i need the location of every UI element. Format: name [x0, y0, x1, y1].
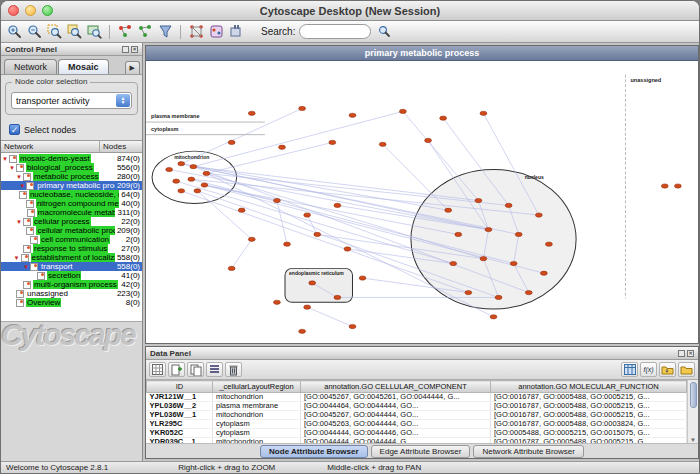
zoom-fit-content-button[interactable]	[65, 23, 83, 41]
column-header[interactable]: annotation.GO MOLECULAR_FUNCTION	[491, 381, 687, 393]
table-cell[interactable]: mitochondrion	[213, 393, 301, 402]
vizmapper-button[interactable]	[207, 23, 225, 41]
tree-expand-icon[interactable]: ▼	[1, 156, 9, 162]
table-cell[interactable]: [GO:0044444, GO:0044446, GO...	[301, 429, 491, 438]
network-view-title[interactable]: primary metabolic process	[146, 46, 698, 61]
tab-overflow-icon[interactable]: ▶	[125, 61, 140, 74]
filter-button[interactable]	[156, 23, 174, 41]
table-cell[interactable]: YKR052C	[147, 429, 213, 438]
tree-column-network[interactable]: Network	[1, 141, 100, 152]
tree-expand-icon[interactable]: ▼	[13, 255, 21, 261]
tree-row[interactable]: secretion41(0)	[1, 271, 142, 280]
tree-row[interactable]: unassigned223(0)	[1, 289, 142, 298]
tree-row[interactable]: nucleobase, nucleoside, nucleotide and n…	[1, 190, 142, 199]
copy-attribute-button[interactable]	[187, 362, 204, 377]
table-cell[interactable]: mitochondrion	[213, 411, 301, 420]
zoom-out-button[interactable]	[25, 23, 43, 41]
search-input[interactable]	[299, 24, 371, 39]
float-panel-icon[interactable]	[678, 350, 685, 357]
column-header[interactable]: annotation.GO CELLULAR_COMPONENT	[301, 381, 491, 393]
table-cell[interactable]: YLR295C	[147, 420, 213, 429]
compartment-label: mitochondrion	[174, 155, 209, 160]
tab-node-attribute-browser[interactable]: Node Attribute Browser	[260, 445, 368, 458]
table-scrollbar[interactable]: ▼	[687, 380, 698, 443]
table-cell[interactable]: YPL036W__1	[147, 411, 213, 420]
tree-row-label: Overview	[26, 298, 61, 307]
tree-expand-icon[interactable]: ▼	[22, 264, 30, 270]
table-cell[interactable]: [GO:0005488, GO:0005215, GO:0015075, G..…	[491, 429, 687, 438]
close-button[interactable]	[8, 5, 19, 16]
zoom-selected-region-button[interactable]	[45, 23, 63, 41]
tree-row[interactable]: nitrogen compound metabolic process40(0)	[1, 199, 142, 208]
tree-row[interactable]: cell communication2(0)	[1, 235, 142, 244]
graph-node	[425, 138, 432, 142]
scrollbar-thumb[interactable]	[690, 382, 697, 408]
tree-row[interactable]: ▼establishment of localization558(0)	[1, 253, 142, 262]
table-cell[interactable]: cytoplasm	[213, 429, 301, 438]
tree-row[interactable]: ▼metabolic process280(0)	[1, 172, 142, 181]
table-row[interactable]: YPL036W__1mitochondrion[GO:0045267, GO:0…	[147, 411, 687, 420]
tree-expand-icon[interactable]: ▼	[15, 219, 23, 225]
tab-network-attribute-browser[interactable]: Network Attribute Browser	[473, 445, 583, 458]
column-header[interactable]: _cellularLayoutRegion	[213, 381, 301, 393]
tree-row[interactable]: Overview8(0)	[1, 298, 142, 307]
table-cell[interactable]: [GO:0045267, GO:0044444, GO...	[301, 411, 491, 420]
select-nodes-checkbox[interactable]	[9, 124, 20, 135]
table-cell[interactable]: [GO:0016787, GO:0005488, GO:0003824, G..…	[491, 420, 687, 429]
select-attributes-button[interactable]	[149, 362, 166, 377]
tree-row[interactable]: macromolecule metabolic process311(0)	[1, 208, 142, 217]
delete-attribute-button[interactable]	[225, 362, 242, 377]
tree-row[interactable]: multi-organism process42(0)	[1, 280, 142, 289]
zoom-in-button[interactable]	[5, 23, 23, 41]
table-cell[interactable]: YPL036W__2	[147, 402, 213, 411]
tree-row[interactable]: ▼primary metabolic process209(0)	[1, 181, 142, 190]
attribute-matrix-button[interactable]	[621, 362, 638, 377]
table-cell[interactable]: [GO:0016787, GO:0005488, GO:0005215, G..…	[491, 411, 687, 420]
function-builder-button[interactable]: f(x)	[640, 362, 657, 377]
hide-selected-button[interactable]	[116, 23, 134, 41]
open-folder-button[interactable]	[678, 362, 695, 377]
unhide-all-button[interactable]	[136, 23, 154, 41]
tree-row[interactable]: response to stimulus27(0)	[1, 244, 142, 253]
table-row[interactable]: YLR295Ccytoplasm[GO:0045263, GO:0044444,…	[147, 420, 687, 429]
show-graphics-details-button[interactable]	[85, 23, 103, 41]
tree-expand-icon[interactable]: ▼	[18, 183, 26, 189]
tab-network[interactable]: Network	[4, 59, 57, 74]
network-canvas[interactable]: mitochondrionnucleusendoplasmic reticulu…	[146, 61, 698, 343]
zoom-button[interactable]	[42, 5, 53, 16]
import-table-button[interactable]	[659, 362, 676, 377]
search-options-button[interactable]	[375, 23, 393, 41]
table-cell[interactable]: [GO:0016787, GO:0005488, GO:0005215, G..…	[491, 393, 687, 402]
table-cell[interactable]: [GO:0044464, GO:0044444, GO...	[301, 402, 491, 411]
tree-row[interactable]: ▼transport558(0)	[1, 262, 142, 271]
tree-row[interactable]: ▼mosaic-demo-yeast874(0)	[1, 154, 142, 163]
close-panel-icon[interactable]: ✕	[131, 46, 138, 53]
plugins-button[interactable]	[227, 23, 245, 41]
table-row[interactable]: YPL036W__2plasma membrane[GO:0044464, GO…	[147, 402, 687, 411]
create-attribute-button[interactable]	[168, 362, 185, 377]
minimize-button[interactable]	[25, 5, 36, 16]
tree-row[interactable]: cellular metabolic process209(0)	[1, 226, 142, 235]
list-attributes-button[interactable]	[206, 362, 223, 377]
table-cell[interactable]: plasma membrane	[213, 402, 301, 411]
tab-edge-attribute-browser[interactable]: Edge Attribute Browser	[371, 445, 471, 458]
tree-expand-icon[interactable]: ▼	[15, 174, 23, 180]
column-header[interactable]: ID	[147, 381, 213, 393]
tab-mosaic[interactable]: Mosaic	[58, 59, 109, 74]
table-cell[interactable]: cytoplasm	[213, 420, 301, 429]
tree-row-label: transport	[40, 262, 74, 271]
float-panel-icon[interactable]	[122, 46, 129, 53]
table-row[interactable]: YKR052Ccytoplasm[GO:0044444, GO:0044446,…	[147, 429, 687, 438]
apply-layout-button[interactable]	[187, 23, 205, 41]
table-row[interactable]: YJR121W__1mitochondrion[GO:0045267, GO:0…	[147, 393, 687, 402]
table-cell[interactable]: [GO:0016787, GO:0005488, GO:0005215, G..…	[491, 402, 687, 411]
table-cell[interactable]: [GO:0045267, GO:0045261, GO:0044444, G..…	[301, 393, 491, 402]
tree-row[interactable]: ▼biological_process556(0)	[1, 163, 142, 172]
tree-column-nodes[interactable]: Nodes	[100, 141, 142, 152]
table-cell[interactable]: YJR121W__1	[147, 393, 213, 402]
node-color-dropdown[interactable]: transporter activity ▲▼	[11, 92, 132, 109]
tree-expand-icon[interactable]: ▼	[8, 165, 16, 171]
table-cell[interactable]: [GO:0045263, GO:0044444, GO...	[301, 420, 491, 429]
tree-row[interactable]: ▼cellular process22(0)	[1, 217, 142, 226]
close-panel-icon[interactable]: ✕	[687, 350, 694, 357]
